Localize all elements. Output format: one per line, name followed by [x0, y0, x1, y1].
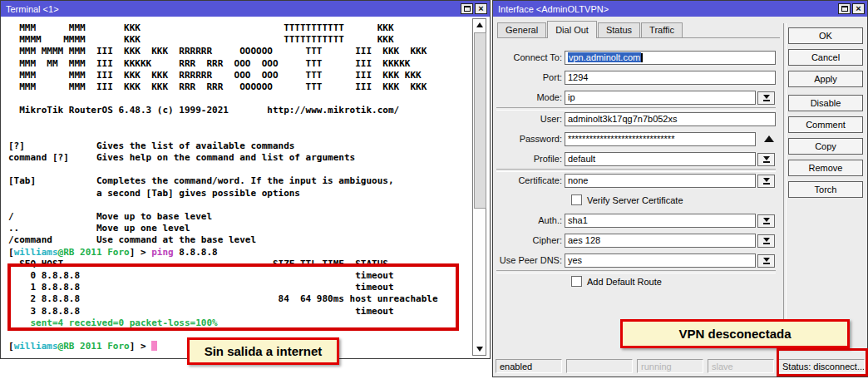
maximize-button[interactable]: [461, 3, 473, 14]
dropdown-arrow-icon: [763, 156, 770, 160]
field-label-cipher: Cipher:: [533, 235, 562, 245]
certificate-field[interactable]: none: [565, 174, 756, 188]
password-field[interactable]: ******************************: [565, 132, 756, 146]
connect-to-field[interactable]: vpn.adminolt.com: [565, 51, 776, 65]
annotation-no-internet: Sin salida a internet: [187, 337, 339, 365]
cipher-field[interactable]: aes 128: [565, 234, 756, 248]
cipher-dropdown-button[interactable]: [757, 234, 775, 248]
field-label-use-peer-dns: Use Peer DNS:: [500, 255, 562, 265]
disable-button[interactable]: Disable: [788, 95, 863, 111]
use-peer-dns-field[interactable]: yes: [565, 253, 756, 268]
terminal-titlebar[interactable]: Terminal <1> ×: [1, 1, 490, 17]
terminal-line: [Tab] Completes the command/word. If the…: [8, 175, 438, 187]
torch-button[interactable]: Torch: [788, 181, 863, 198]
copy-button[interactable]: Copy: [788, 138, 863, 155]
dropdown-bar-icon: [763, 161, 770, 163]
dropdown-arrow-icon: [763, 95, 770, 99]
ok-button[interactable]: OK: [788, 27, 863, 44]
form-row-mode: Mode:ip: [493, 91, 780, 105]
terminal-cursor: [151, 341, 157, 351]
terminal-line: MMM MMM KKK TTTTTTTTTTT KKK: [8, 22, 438, 34]
form-row-certificate: Certificate:none: [493, 174, 780, 188]
ping-failure-highlight-rect: [7, 263, 459, 331]
terminal-line: [8, 164, 438, 175]
dropdown-bar-icon: [763, 243, 770, 244]
scrollbar-thumb[interactable]: [474, 32, 486, 209]
checkbox-add-default-route[interactable]: [571, 276, 582, 287]
form-row-cipher: Cipher:aes 128: [493, 234, 780, 248]
terminal-line: / Move up to base level: [8, 211, 438, 223]
checkbox-row-add-default-route[interactable]: Add Default Route: [571, 275, 662, 288]
checkbox-label-verify-server-certificate: Verify Server Certificate: [587, 195, 683, 205]
form-row-password: Password:******************************: [493, 132, 780, 146]
terminal-line: [?] Gives the list of available commands: [8, 140, 438, 152]
terminal-line: MMM MMM III KKK KKK RRRRRR OOO OOO TTT I…: [8, 70, 438, 81]
terminal-line: MMM MM MMM III KKKKK RRR RRR OOO OOO TTT…: [8, 58, 438, 70]
terminal-line: [williams@RB 2011 Foro] > ping 8.8.8.8: [8, 247, 438, 258]
tab-general[interactable]: General: [497, 22, 546, 37]
annotation-vpn-disconnected: VPN desconectada: [620, 319, 850, 348]
checkbox-row-verify-server-certificate[interactable]: Verify Server Certificate: [571, 194, 683, 206]
form-row-profile: Profile:default: [493, 152, 780, 166]
remove-button[interactable]: Remove: [788, 160, 863, 176]
terminal-line: [8, 93, 438, 105]
form-row-port: Port:1294: [493, 71, 780, 85]
annotation-vpn-disconnected-label: VPN desconectada: [678, 327, 791, 341]
form-buttons-divider: [783, 23, 787, 347]
profile-field[interactable]: default: [565, 152, 756, 166]
terminal-scrollbar[interactable]: [472, 18, 486, 356]
dropdown-arrow-icon: [763, 258, 770, 262]
form-row-use-peer-dns: Use Peer DNS:yes: [493, 253, 780, 268]
tab-traffic[interactable]: Traffic: [641, 22, 683, 37]
terminal-line: .. Move up one level: [8, 223, 438, 234]
mode-field[interactable]: ip: [565, 91, 756, 105]
annotation-no-internet-label: Sin salida a internet: [205, 344, 323, 358]
tab-status[interactable]: Status: [598, 22, 640, 37]
form-separator: [496, 270, 776, 273]
close-button[interactable]: ×: [475, 3, 487, 14]
field-label-auth: Auth.:: [538, 215, 562, 225]
status-cell-running: running: [637, 359, 703, 373]
tab-dial-out[interactable]: Dial Out: [547, 21, 597, 38]
dialog-title: Interface <AdminOLTVPN>: [498, 4, 838, 14]
use-peer-dns-dropdown-button[interactable]: [757, 254, 775, 268]
dropdown-bar-icon: [763, 263, 770, 264]
maximize-button[interactable]: [838, 3, 851, 14]
user-field[interactable]: adminolt3k17qg7n7b052xs: [565, 112, 776, 126]
dropdown-arrow-icon: [763, 178, 770, 182]
scroll-up-icon[interactable]: [473, 19, 486, 31]
comment-button[interactable]: Comment: [788, 116, 863, 133]
certificate-dropdown-button[interactable]: [757, 175, 775, 188]
scroll-down-icon[interactable]: [473, 343, 486, 355]
maximize-icon: [841, 6, 848, 12]
status-cell-empty: [566, 359, 633, 373]
terminal-line: /command Use command at the base level: [8, 234, 438, 246]
close-icon: ×: [478, 4, 483, 13]
terminal-line: MikroTik RouterOS 6.48.3 (c) 1999-2021 h…: [8, 105, 438, 116]
dropdown-bar-icon: [763, 223, 770, 224]
text-caret: [641, 53, 643, 62]
terminal-line: MMMM MMMM KKK TTTTTTTTTTT KKK: [8, 34, 438, 46]
checkbox-label-add-default-route: Add Default Route: [587, 277, 662, 287]
field-label-port: Port:: [543, 72, 562, 82]
dialog-titlebar[interactable]: Interface <AdminOLTVPN> ×: [493, 1, 867, 17]
dropdown-arrow-icon: [763, 218, 770, 222]
field-label-mode: Mode:: [536, 92, 562, 102]
field-label-certificate: Certificate:: [518, 175, 562, 185]
mode-dropdown-button[interactable]: [757, 91, 775, 105]
cancel-button[interactable]: Cancel: [788, 49, 863, 66]
form-row-user: User:adminolt3k17qg7n7b052xs: [493, 112, 780, 126]
checkbox-verify-server-certificate[interactable]: [571, 194, 582, 205]
apply-button[interactable]: Apply: [788, 71, 863, 87]
close-button[interactable]: ×: [852, 3, 865, 14]
auth-dropdown-button[interactable]: [757, 214, 775, 228]
port-field[interactable]: 1294: [565, 71, 776, 85]
dropdown-bar-icon: [763, 100, 770, 101]
profile-dropdown-button[interactable]: [757, 153, 775, 166]
close-icon: ×: [856, 4, 861, 13]
password-reveal-arrow-icon[interactable]: [764, 135, 774, 142]
field-label-password: Password:: [520, 134, 562, 144]
auth-field[interactable]: sha1: [565, 214, 756, 228]
dialog-tabstrip: GeneralDial OutStatusTraffic: [497, 22, 780, 38]
terminal-line: MMM MMMM MMM III KKK KKK RRRRRR OOOOOO T…: [8, 46, 438, 57]
